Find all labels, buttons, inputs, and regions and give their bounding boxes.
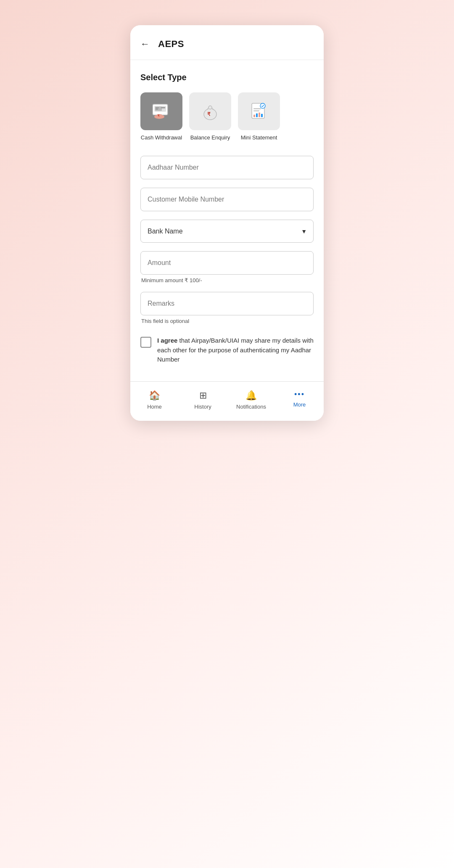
aadhaar-input[interactable] (140, 156, 314, 179)
agreement-bold: I agree (157, 337, 177, 344)
remarks-group: This field is optional (140, 292, 314, 324)
nav-item-history[interactable]: ⊞ History (179, 387, 227, 413)
nav-more-label: More (293, 401, 306, 408)
mobile-group (140, 188, 314, 211)
bank-select[interactable]: Bank Name (140, 220, 314, 243)
history-icon: ⊞ (199, 390, 207, 401)
cash-withdrawal-label: Cash Withdrawal (141, 134, 182, 141)
cash-withdrawal-icon-box: ₹ (140, 92, 182, 130)
agreement-checkbox[interactable] (140, 337, 151, 348)
back-button[interactable]: ← (140, 37, 153, 51)
bank-select-wrapper: Bank Name ▼ (140, 220, 314, 243)
amount-hint: Minimum amount ₹ 100/- (140, 277, 314, 283)
balance-enquiry-icon-box: ₹ (189, 92, 231, 130)
nav-item-more[interactable]: ••• More (275, 387, 324, 413)
svg-rect-19 (261, 114, 263, 117)
header: ← AEPS (130, 25, 324, 60)
svg-rect-14 (253, 108, 261, 109)
select-type-label: Select Type (140, 73, 314, 82)
svg-rect-3 (161, 107, 165, 108)
svg-rect-5 (156, 109, 158, 110)
type-item-balance-enquiry[interactable]: ₹ Balance Enquiry (189, 92, 231, 141)
type-item-cash-withdrawal[interactable]: ₹ Cash Withdrawal (140, 92, 182, 141)
mobile-input[interactable] (140, 188, 314, 211)
svg-rect-16 (253, 115, 255, 117)
bell-icon: 🔔 (245, 390, 257, 401)
mini-statement-icon-box (238, 92, 280, 130)
type-item-mini-statement[interactable]: Mini Statement (238, 92, 280, 141)
phone-container: ← AEPS Select Type (114, 0, 340, 868)
amount-input[interactable] (140, 251, 314, 275)
nav-notifications-label: Notifications (236, 404, 266, 410)
back-arrow-icon: ← (140, 39, 150, 50)
nav-home-label: Home (147, 404, 162, 410)
main-content: Select Type (130, 60, 324, 381)
mini-statement-label: Mini Statement (241, 134, 277, 141)
amount-group: Minimum amount ₹ 100/- (140, 251, 314, 283)
balance-enquiry-label: Balance Enquiry (190, 134, 230, 141)
home-icon: 🏠 (149, 390, 160, 401)
svg-text:₹: ₹ (207, 111, 211, 117)
mini-statement-icon (248, 100, 270, 123)
nav-item-notifications[interactable]: 🔔 Notifications (227, 387, 275, 413)
nav-item-home[interactable]: 🏠 Home (130, 387, 179, 413)
svg-rect-17 (256, 113, 258, 117)
nav-history-label: History (194, 404, 211, 410)
remarks-hint: This field is optional (140, 318, 314, 324)
svg-rect-4 (156, 108, 159, 108)
more-dots-icon: ••• (294, 390, 305, 399)
remarks-input[interactable] (140, 292, 314, 315)
type-grid: ₹ Cash Withdrawal ₹ (140, 92, 314, 141)
bank-group: Bank Name ▼ (140, 220, 314, 243)
balance-enquiry-icon: ₹ (199, 100, 222, 123)
svg-rect-18 (259, 113, 260, 117)
app-card: ← AEPS Select Type (130, 25, 324, 421)
page-title: AEPS (158, 39, 184, 50)
svg-point-10 (209, 106, 212, 109)
agreement-text: I agree that Airpay/Bank/UIAI may share … (157, 336, 314, 365)
bottom-nav: 🏠 Home ⊞ History 🔔 Notifications ••• Mor… (130, 381, 324, 421)
agreement-rest: that Airpay/Bank/UIAI may share my detai… (157, 337, 314, 363)
agreement-row: I agree that Airpay/Bank/UIAI may share … (140, 336, 314, 365)
svg-rect-15 (253, 110, 259, 111)
aadhaar-group (140, 156, 314, 179)
cash-withdrawal-icon: ₹ (150, 100, 173, 123)
